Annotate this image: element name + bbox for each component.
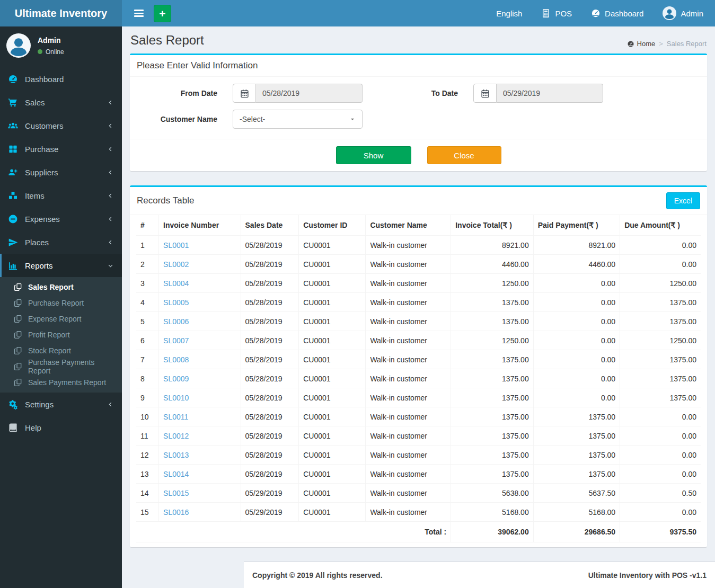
sidebar-item-items[interactable]: Items: [0, 184, 122, 207]
invoice-total-cell: 1375.00: [451, 350, 533, 369]
customer-name-label: Customer Name: [138, 115, 217, 123]
navbar: + English POS Dashboard Adm: [122, 0, 715, 26]
show-button[interactable]: Show: [336, 146, 411, 164]
sidebar-item-dashboard[interactable]: Dashboard: [0, 67, 122, 91]
customer-name-cell: Walk-in customer: [366, 426, 451, 446]
invoice-link[interactable]: SL0009: [163, 375, 189, 383]
paid-payment-cell: 1375.00: [533, 465, 620, 484]
table-row: 14SL001505/29/2019CU0001Walk-in customer…: [136, 484, 701, 503]
sidebar-item-expense-report[interactable]: Expense Report: [0, 311, 122, 327]
invoice-total-cell: 1375.00: [451, 426, 533, 446]
app-logo[interactable]: Ultimate Inventory: [0, 0, 122, 26]
invoice-total-cell: 1250.00: [451, 274, 533, 293]
customer-id-cell: CU0001: [299, 369, 366, 388]
invoice-link[interactable]: SL0012: [163, 432, 189, 440]
customer-id-cell: CU0001: [299, 465, 366, 484]
sidebar-item-suppliers[interactable]: Suppliers: [0, 161, 122, 184]
sales-date-cell: 05/28/2019: [241, 350, 299, 369]
customer-name-cell: Walk-in customer: [366, 255, 451, 274]
user-menu[interactable]: Admin: [663, 6, 703, 20]
chevron-left-icon: [107, 146, 114, 153]
sales-date-cell: 05/28/2019: [241, 426, 299, 446]
user-plus-icon: [8, 167, 18, 177]
table-row: 4SL000505/28/2019CU0001Walk-in customer1…: [136, 293, 701, 312]
invoice-link[interactable]: SL0014: [163, 470, 189, 478]
total-label: Total :: [136, 522, 451, 542]
invoice-link[interactable]: SL0001: [163, 241, 189, 250]
invoice-total-cell: 1375.00: [451, 465, 533, 484]
col-header-customer-name: Customer Name: [366, 215, 451, 236]
records-table-container: # Invoice Number Sales Date Customer ID …: [130, 215, 707, 547]
row-index: 5: [136, 312, 159, 331]
sidebar-item-reports[interactable]: Reports: [0, 254, 122, 277]
invoice-link[interactable]: SL0016: [163, 508, 189, 516]
calendar-icon[interactable]: [473, 84, 497, 103]
sidebar-item-purchase[interactable]: Purchase: [0, 137, 122, 161]
invoice-link[interactable]: SL0007: [163, 336, 189, 345]
dashboard-link[interactable]: Dashboard: [591, 8, 643, 18]
sidebar-item-expenses[interactable]: Expenses: [0, 207, 122, 230]
breadcrumb-home-link[interactable]: Home: [627, 40, 656, 48]
invoice-link[interactable]: SL0008: [163, 355, 189, 364]
sidebar-item-sales-report[interactable]: Sales Report: [0, 279, 122, 295]
customer-id-cell: CU0001: [299, 446, 366, 465]
invoice-link[interactable]: SL0004: [163, 279, 189, 288]
from-date-input[interactable]: [256, 84, 363, 103]
sidebar-item-customers[interactable]: Customers: [0, 114, 122, 137]
due-amount-cell: 1375.00: [620, 350, 701, 369]
customer-name-cell: Walk-in customer: [366, 446, 451, 465]
chevron-left-icon: [107, 239, 114, 246]
customer-id-cell: CU0001: [299, 426, 366, 446]
minus-circle-icon: [8, 214, 18, 224]
customer-name-cell: Walk-in customer: [366, 503, 451, 522]
copyright-text: Copyright © 2019 All rights reserved.: [252, 571, 383, 580]
sidebar-item-settings[interactable]: Settings: [0, 393, 122, 416]
invoice-total-cell: 1375.00: [451, 388, 533, 407]
copy-icon: [14, 378, 22, 387]
sidebar-item-sales-payments-report[interactable]: Sales Payments Report: [0, 375, 122, 390]
row-index: 10: [136, 407, 159, 426]
invoice-link[interactable]: SL0005: [163, 298, 189, 307]
quick-add-button[interactable]: +: [154, 5, 171, 22]
sidebar-item-sales[interactable]: Sales: [0, 91, 122, 114]
sidebar: Admin Online Dashboard Sales: [0, 26, 122, 588]
sidebar-item-help[interactable]: Help: [0, 416, 122, 439]
customer-name-cell: Walk-in customer: [366, 388, 451, 407]
excel-export-button[interactable]: Excel: [666, 192, 700, 209]
to-date-input[interactable]: [497, 84, 603, 103]
avatar: [6, 33, 31, 58]
paid-payment-cell: 4460.00: [533, 255, 620, 274]
customer-id-cell: CU0001: [299, 388, 366, 407]
sidebar-item-purchase-payments-report[interactable]: Purchase Payments Report: [0, 359, 122, 375]
invoice-link[interactable]: SL0010: [163, 394, 189, 402]
sidebar-item-profit-report[interactable]: Profit Report: [0, 327, 122, 343]
language-menu[interactable]: English: [496, 9, 522, 18]
row-index: 8: [136, 369, 159, 388]
table-row: 10SL001105/28/2019CU0001Walk-in customer…: [136, 407, 701, 426]
row-index: 9: [136, 388, 159, 407]
invoice-link[interactable]: SL0002: [163, 260, 189, 269]
invoice-link[interactable]: SL0011: [163, 413, 188, 421]
customer-name-cell: Walk-in customer: [366, 407, 451, 426]
invoice-total-cell: 1375.00: [451, 369, 533, 388]
sidebar-toggle-button[interactable]: [128, 0, 149, 26]
dashboard-icon: [8, 74, 18, 84]
sidebar-item-stock-report[interactable]: Stock Report: [0, 343, 122, 359]
customer-select[interactable]: -Select-: [233, 110, 363, 129]
paid-payment-cell: 1375.00: [533, 446, 620, 465]
invoice-link[interactable]: SL0015: [163, 489, 189, 497]
due-amount-cell: 0.00: [620, 503, 701, 522]
page-title: Sales Report: [130, 33, 204, 48]
invoice-link[interactable]: SL0006: [163, 317, 189, 326]
invoice-link[interactable]: SL0013: [163, 451, 189, 459]
reports-submenu: Sales Report Purchase Report Expense Rep…: [0, 277, 122, 393]
sidebar-item-places[interactable]: Places: [0, 230, 122, 254]
pos-link[interactable]: POS: [541, 8, 572, 18]
breadcrumb-separator: >: [659, 40, 663, 48]
records-panel-heading: Records Table Excel: [130, 187, 707, 215]
calendar-icon[interactable]: [233, 84, 256, 103]
invoice-total-cell: 1375.00: [451, 293, 533, 312]
close-button[interactable]: Close: [427, 146, 501, 164]
sales-date-cell: 05/28/2019: [241, 369, 299, 388]
sidebar-item-purchase-report[interactable]: Purchase Report: [0, 295, 122, 311]
